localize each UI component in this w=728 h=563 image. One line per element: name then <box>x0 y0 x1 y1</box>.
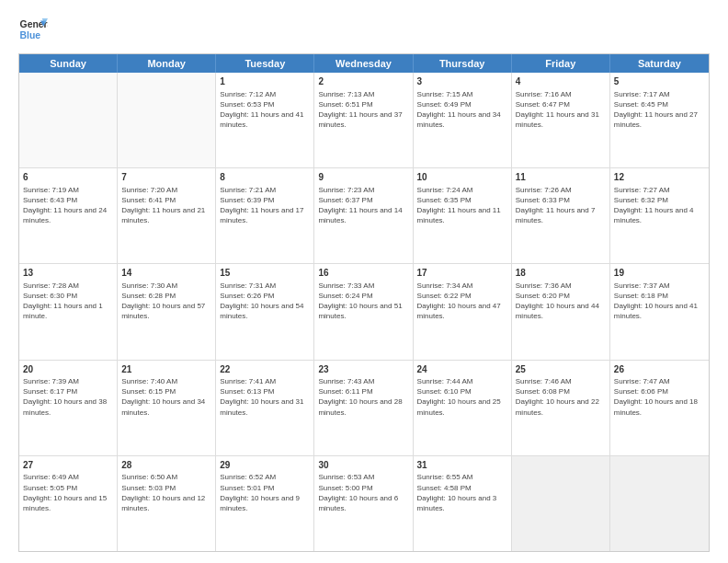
day-header-monday: Monday <box>118 54 216 73</box>
day-number: 11 <box>516 171 606 184</box>
day-number: 29 <box>220 459 310 472</box>
cal-cell-1-4: 2Sunrise: 7:13 AM Sunset: 6:51 PM Daylig… <box>314 73 413 167</box>
calendar-row-3: 13Sunrise: 7:28 AM Sunset: 6:30 PM Dayli… <box>19 263 709 359</box>
calendar-row-5: 27Sunrise: 6:49 AM Sunset: 5:05 PM Dayli… <box>19 455 709 551</box>
cell-content: Sunrise: 7:20 AM Sunset: 6:41 PM Dayligh… <box>121 185 211 226</box>
cell-content: Sunrise: 7:34 AM Sunset: 6:22 PM Dayligh… <box>417 281 507 322</box>
cell-content: Sunrise: 6:55 AM Sunset: 4:58 PM Dayligh… <box>417 472 507 513</box>
cal-cell-2-2: 7Sunrise: 7:20 AM Sunset: 6:41 PM Daylig… <box>118 168 216 263</box>
day-header-wednesday: Wednesday <box>314 54 413 73</box>
cell-content: Sunrise: 7:40 AM Sunset: 6:15 PM Dayligh… <box>121 376 211 418</box>
cell-content: Sunrise: 7:37 AM Sunset: 6:18 PM Dayligh… <box>614 281 705 322</box>
cal-cell-3-6: 18Sunrise: 7:36 AM Sunset: 6:20 PM Dayli… <box>512 264 610 359</box>
cal-cell-4-5: 24Sunrise: 7:44 AM Sunset: 6:10 PM Dayli… <box>414 361 512 455</box>
cal-cell-1-2 <box>118 73 216 167</box>
calendar-row-1: 1Sunrise: 7:12 AM Sunset: 6:53 PM Daylig… <box>19 73 709 167</box>
cell-content: Sunrise: 7:31 AM Sunset: 6:26 PM Dayligh… <box>220 281 310 322</box>
day-number: 24 <box>417 363 507 376</box>
cell-content: Sunrise: 7:39 AM Sunset: 6:17 PM Dayligh… <box>23 376 113 418</box>
cal-cell-4-3: 22Sunrise: 7:41 AM Sunset: 6:13 PM Dayli… <box>216 361 314 455</box>
cell-content: Sunrise: 7:12 AM Sunset: 6:53 PM Dayligh… <box>220 89 310 131</box>
day-number: 5 <box>614 75 705 88</box>
cell-content: Sunrise: 7:36 AM Sunset: 6:20 PM Dayligh… <box>516 281 606 322</box>
day-number: 9 <box>318 171 408 184</box>
cell-content: Sunrise: 7:15 AM Sunset: 6:49 PM Dayligh… <box>417 89 507 131</box>
day-number: 7 <box>121 171 211 184</box>
cal-cell-2-1: 6Sunrise: 7:19 AM Sunset: 6:43 PM Daylig… <box>19 168 118 263</box>
day-number: 31 <box>417 459 507 472</box>
cell-content: Sunrise: 7:13 AM Sunset: 6:51 PM Dayligh… <box>318 89 408 131</box>
cell-content: Sunrise: 7:21 AM Sunset: 6:39 PM Dayligh… <box>220 185 310 226</box>
cal-cell-5-5: 31Sunrise: 6:55 AM Sunset: 4:58 PM Dayli… <box>414 456 512 551</box>
cal-cell-4-1: 20Sunrise: 7:39 AM Sunset: 6:17 PM Dayli… <box>19 361 118 455</box>
cal-cell-1-7: 5Sunrise: 7:17 AM Sunset: 6:45 PM Daylig… <box>610 73 709 167</box>
cell-content: Sunrise: 6:53 AM Sunset: 5:00 PM Dayligh… <box>318 472 408 513</box>
cal-cell-2-3: 8Sunrise: 7:21 AM Sunset: 6:39 PM Daylig… <box>216 168 314 263</box>
day-number: 26 <box>614 363 705 376</box>
day-number: 23 <box>318 363 408 376</box>
cal-cell-1-1 <box>19 73 118 167</box>
day-header-sunday: Sunday <box>19 54 118 73</box>
cell-content: Sunrise: 6:52 AM Sunset: 5:01 PM Dayligh… <box>220 472 310 513</box>
cell-content: Sunrise: 7:46 AM Sunset: 6:08 PM Dayligh… <box>516 376 606 418</box>
day-header-tuesday: Tuesday <box>216 54 314 73</box>
day-number: 15 <box>220 267 310 280</box>
calendar: SundayMondayTuesdayWednesdayThursdayFrid… <box>18 53 710 552</box>
cal-cell-5-3: 29Sunrise: 6:52 AM Sunset: 5:01 PM Dayli… <box>216 456 314 551</box>
day-number: 20 <box>23 363 113 376</box>
cal-cell-4-4: 23Sunrise: 7:43 AM Sunset: 6:11 PM Dayli… <box>314 361 413 455</box>
day-number: 2 <box>318 75 408 88</box>
cal-cell-1-6: 4Sunrise: 7:16 AM Sunset: 6:47 PM Daylig… <box>512 73 610 167</box>
day-number: 27 <box>23 459 113 472</box>
cal-cell-3-4: 16Sunrise: 7:33 AM Sunset: 6:24 PM Dayli… <box>314 264 413 359</box>
cal-cell-3-7: 19Sunrise: 7:37 AM Sunset: 6:18 PM Dayli… <box>610 264 709 359</box>
day-number: 28 <box>121 459 211 472</box>
day-number: 21 <box>121 363 211 376</box>
cell-content: Sunrise: 7:16 AM Sunset: 6:47 PM Dayligh… <box>516 89 606 131</box>
cal-cell-1-5: 3Sunrise: 7:15 AM Sunset: 6:49 PM Daylig… <box>414 73 512 167</box>
cal-cell-4-2: 21Sunrise: 7:40 AM Sunset: 6:15 PM Dayli… <box>118 361 216 455</box>
cell-content: Sunrise: 7:19 AM Sunset: 6:43 PM Dayligh… <box>23 185 113 226</box>
day-number: 16 <box>318 267 408 280</box>
day-number: 22 <box>220 363 310 376</box>
day-header-saturday: Saturday <box>610 54 709 73</box>
cal-cell-2-6: 11Sunrise: 7:26 AM Sunset: 6:33 PM Dayli… <box>512 168 610 263</box>
day-header-friday: Friday <box>512 54 610 73</box>
cal-cell-2-4: 9Sunrise: 7:23 AM Sunset: 6:37 PM Daylig… <box>314 168 413 263</box>
calendar-header: SundayMondayTuesdayWednesdayThursdayFrid… <box>19 54 709 73</box>
day-header-thursday: Thursday <box>414 54 512 73</box>
day-number: 19 <box>614 267 705 280</box>
cal-cell-5-6 <box>512 456 610 551</box>
cal-cell-1-3: 1Sunrise: 7:12 AM Sunset: 6:53 PM Daylig… <box>216 73 314 167</box>
cal-cell-4-6: 25Sunrise: 7:46 AM Sunset: 6:08 PM Dayli… <box>512 361 610 455</box>
day-number: 3 <box>417 75 507 88</box>
cell-content: Sunrise: 6:50 AM Sunset: 5:03 PM Dayligh… <box>121 472 211 513</box>
cal-cell-2-7: 12Sunrise: 7:27 AM Sunset: 6:32 PM Dayli… <box>610 168 709 263</box>
cell-content: Sunrise: 7:47 AM Sunset: 6:06 PM Dayligh… <box>614 376 705 418</box>
day-number: 10 <box>417 171 507 184</box>
cal-cell-3-3: 15Sunrise: 7:31 AM Sunset: 6:26 PM Dayli… <box>216 264 314 359</box>
logo: General Blue <box>18 15 50 44</box>
cell-content: Sunrise: 7:43 AM Sunset: 6:11 PM Dayligh… <box>318 376 408 418</box>
day-number: 8 <box>220 171 310 184</box>
cal-cell-5-1: 27Sunrise: 6:49 AM Sunset: 5:05 PM Dayli… <box>19 456 118 551</box>
cell-content: Sunrise: 7:26 AM Sunset: 6:33 PM Dayligh… <box>516 185 606 226</box>
svg-text:Blue: Blue <box>20 30 41 40</box>
day-number: 4 <box>516 75 606 88</box>
day-number: 12 <box>614 171 705 184</box>
cell-content: Sunrise: 7:41 AM Sunset: 6:13 PM Dayligh… <box>220 376 310 418</box>
day-number: 1 <box>220 75 310 88</box>
cell-content: Sunrise: 7:44 AM Sunset: 6:10 PM Dayligh… <box>417 376 507 418</box>
cell-content: Sunrise: 7:23 AM Sunset: 6:37 PM Dayligh… <box>318 185 408 226</box>
cal-cell-5-4: 30Sunrise: 6:53 AM Sunset: 5:00 PM Dayli… <box>314 456 413 551</box>
calendar-body: 1Sunrise: 7:12 AM Sunset: 6:53 PM Daylig… <box>19 73 709 551</box>
cell-content: Sunrise: 6:49 AM Sunset: 5:05 PM Dayligh… <box>23 472 113 513</box>
cal-cell-2-5: 10Sunrise: 7:24 AM Sunset: 6:35 PM Dayli… <box>414 168 512 263</box>
cal-cell-4-7: 26Sunrise: 7:47 AM Sunset: 6:06 PM Dayli… <box>610 361 709 455</box>
cell-content: Sunrise: 7:27 AM Sunset: 6:32 PM Dayligh… <box>614 185 705 226</box>
cal-cell-5-7 <box>610 456 709 551</box>
cal-cell-3-2: 14Sunrise: 7:30 AM Sunset: 6:28 PM Dayli… <box>118 264 216 359</box>
cal-cell-3-1: 13Sunrise: 7:28 AM Sunset: 6:30 PM Dayli… <box>19 264 118 359</box>
calendar-row-4: 20Sunrise: 7:39 AM Sunset: 6:17 PM Dayli… <box>19 360 709 455</box>
day-number: 14 <box>121 267 211 280</box>
